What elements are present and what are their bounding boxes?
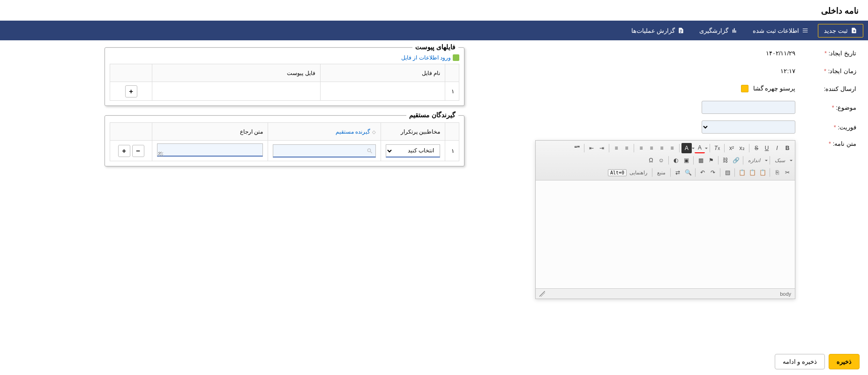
search-icon [367,148,373,154]
row-idx: ۱ [445,82,459,101]
copy-icon[interactable]: ⎘ [772,167,782,178]
operations-log-button[interactable]: گزارش عملیات‌ها [626,24,690,37]
subscript-icon[interactable]: x₂ [737,143,747,153]
col-actions [110,123,152,141]
attachments-title: فایلهای پیوست [412,43,458,51]
bgcolor-icon[interactable]: A [681,143,692,153]
shortcut-badge: Alt+0 [608,169,627,176]
reporting-button[interactable]: گزارشگیری [694,24,743,37]
file-plus-icon [851,27,857,34]
recipients-title: گیرندگان مستقیم [406,111,458,119]
table-icon[interactable]: ▦ [696,155,706,165]
numbered-list-icon[interactable]: ≡ [611,143,621,153]
form-area: تاریخ ایجاد: * ۱۴۰۲/۱۱/۲۹ زمان ایجاد: * … [497,47,856,306]
priority-select[interactable] [702,120,795,134]
edit-sender-icon[interactable] [741,85,748,92]
value-create-time: ۱۲:۱۷ [497,68,795,75]
align-center-icon[interactable]: ≡ [657,143,667,153]
chart-icon [731,27,738,34]
clear-format-icon[interactable]: Tx [712,143,722,153]
rich-text-editor: ❝❞ ⇤ ⇥ ≡ ≡ ≡ ≡ ≡ ≡ [535,140,795,299]
referral-text-input[interactable] [157,143,263,157]
col-referral-text: متن ارجاع [152,123,268,141]
col-idx [445,64,459,82]
new-register-button[interactable]: ثبت جدید [818,24,863,38]
find-replace-icon[interactable]: ⇄ [673,167,683,178]
table-row: ۱ انتخاب کنید [110,141,459,161]
col-idx [445,123,459,141]
textcolor-icon[interactable]: A [695,143,705,153]
smiley-icon[interactable]: ☺ [656,155,666,165]
align-right-icon[interactable]: ≡ [646,143,657,153]
source-button[interactable]: منبع [654,170,668,176]
paste-text-icon[interactable]: 📋 [747,167,757,178]
import-from-file-link[interactable]: ورود اطلاعات از فایل [110,54,459,61]
outdent-icon[interactable]: ⇤ [586,143,597,153]
globe-icon[interactable]: ◐ [671,155,681,165]
link-icon[interactable]: 🔗 [731,155,741,165]
cut-icon[interactable]: ✂ [782,167,793,178]
paste-icon[interactable]: 📋 [757,167,768,178]
template-icon[interactable]: ▤ [722,167,733,178]
unlink-icon[interactable]: ⛓ [720,155,731,165]
superscript-icon[interactable]: x² [726,143,737,153]
col-actions [110,64,152,82]
value-create-date: ۱۴۰۲/۱۱/۲۹ [497,50,795,57]
list-icon [802,27,808,34]
quote-icon[interactable]: ❝❞ [572,143,582,153]
add-row-button[interactable]: + [125,85,137,98]
align-justify-icon[interactable]: ≡ [636,143,646,153]
label-priority: فوریت: * [795,124,856,131]
file-icon [678,27,684,34]
resize-grip-icon[interactable] [539,291,545,297]
registered-info-button[interactable]: اطلاعات ثبت شده [747,24,814,37]
style-dropdown[interactable]: سبک [772,158,793,164]
bold-icon[interactable]: B [782,143,793,153]
image-icon[interactable]: ▣ [681,155,691,165]
label-sender: ارسال کننده: [795,85,856,92]
strike-icon[interactable]: S [751,143,762,153]
cell-filename[interactable] [320,82,445,101]
indent-icon[interactable]: ⇥ [597,143,607,153]
resize-grip-icon[interactable] [158,152,163,157]
save-continue-button[interactable]: ذخیره و ادامه [775,354,825,369]
paste-word-icon[interactable]: 📋 [737,167,747,178]
omega-icon[interactable]: Ω [646,155,656,165]
label-subject: موضوع: * [795,104,856,111]
main-toolbar: ثبت جدید اطلاعات ثبت شده گزارشگیری گزارش… [0,21,868,40]
col-direct-recipient[interactable]: ◇گیرنده مستقیم [268,123,381,141]
add-row-button[interactable]: + [118,145,130,157]
undo-icon[interactable]: ↶ [697,167,708,178]
value-sender: پرستو چهره گشا [497,85,795,93]
help-button[interactable]: راهنمایی [627,170,650,176]
frequent-select[interactable]: انتخاب کنید [386,144,440,158]
editor-path: body [780,291,791,297]
footer: ذخیره ذخیره و ادامه [766,348,868,375]
redo-icon[interactable]: ↷ [708,167,718,178]
italic-icon[interactable]: I [772,143,782,153]
col-filename: نام فایل [320,64,445,82]
direct-recipient-input[interactable] [273,144,376,158]
recipients-panel: گیرندگان مستقیم مخاطبین پرتکرار ◇گیرنده … [105,115,464,166]
col-attachment: فایل پیوست [152,64,321,82]
label-create-date: تاریخ ایجاد: * [795,50,856,57]
col-frequent: مخاطبین پرتکرار [381,123,445,141]
label-body: متن نامه: * [795,140,856,147]
align-left-icon[interactable]: ≡ [667,143,677,153]
cell-attachment[interactable] [152,82,321,101]
remove-row-button[interactable]: − [132,145,144,157]
page-title: نامه داخلی [0,0,868,21]
size-dropdown[interactable]: اندازه [745,158,768,164]
table-row: ۱ + [110,82,459,101]
save-button[interactable]: ذخیره [829,354,860,369]
flag-icon[interactable]: ⚑ [706,155,716,165]
search-icon[interactable]: 🔍 [683,167,693,178]
bullet-list-icon[interactable]: ≡ [621,143,632,153]
underline-icon[interactable]: U [762,143,772,153]
import-icon [453,54,459,61]
subject-input[interactable] [702,101,795,114]
editor-textarea[interactable] [536,180,795,288]
row-idx: ۱ [445,141,459,161]
attachments-panel: فایلهای پیوست ورود اطلاعات از فایل نام ف… [105,47,464,106]
label-create-time: زمان ایجاد: * [795,68,856,75]
